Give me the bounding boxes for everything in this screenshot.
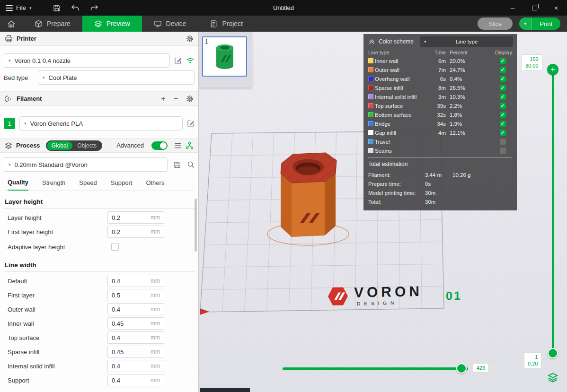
tab-strength[interactable]: Strength bbox=[42, 179, 65, 190]
setting-input[interactable]: 0.2 mm bbox=[107, 226, 164, 238]
total-value: 30m bbox=[425, 190, 452, 196]
tab-quality[interactable]: Quality bbox=[8, 179, 28, 191]
layer-slider-track[interactable] bbox=[552, 70, 554, 354]
tab-device[interactable]: Device bbox=[142, 16, 198, 32]
step-slider-handle[interactable] bbox=[456, 363, 467, 374]
setting-input[interactable]: 0.5 mm bbox=[107, 289, 164, 301]
slice-button[interactable]: Slice bbox=[478, 17, 513, 30]
scope-toggle[interactable]: Global Objects bbox=[46, 140, 102, 151]
setting-input[interactable]: 0.4 mm bbox=[107, 331, 164, 344]
display-checkbox[interactable] bbox=[500, 103, 506, 109]
minimize-button[interactable]: – bbox=[502, 0, 523, 16]
setting-value[interactable]: 0.4 bbox=[112, 334, 120, 341]
layer-slider-handle[interactable] bbox=[548, 348, 558, 358]
printer-connection-button[interactable] bbox=[186, 57, 195, 64]
setting-value[interactable]: 0.4 bbox=[112, 278, 120, 285]
maximize-button[interactable] bbox=[523, 0, 545, 16]
top-layer-number: 150 bbox=[525, 56, 539, 62]
display-checkbox[interactable] bbox=[500, 121, 506, 127]
tab-speed[interactable]: Speed bbox=[79, 179, 97, 190]
scope-global[interactable]: Global bbox=[47, 141, 73, 150]
print-dropdown-button[interactable]: ▾ bbox=[519, 17, 532, 30]
hamburger-icon bbox=[6, 5, 13, 11]
filament-settings-button[interactable] bbox=[186, 95, 194, 103]
setting-row: Outer wall 0.4 mm bbox=[4, 303, 195, 315]
tab-project[interactable]: Project bbox=[198, 16, 255, 32]
close-button[interactable]: × bbox=[545, 0, 567, 16]
tab-prepare-label: Prepare bbox=[47, 20, 71, 27]
setting-unit: mm bbox=[151, 348, 160, 355]
line-type-name: Outer wall bbox=[375, 67, 428, 73]
save-button[interactable] bbox=[53, 4, 61, 12]
setting-input[interactable]: 0.2 mm bbox=[107, 211, 164, 224]
bed-type-select[interactable]: ▾ Cool Plate bbox=[38, 70, 195, 85]
setting-value[interactable]: 0.5 bbox=[112, 292, 120, 299]
display-checkbox[interactable] bbox=[500, 67, 506, 73]
total-rows: Filament: 3.44 m 10.26 g Prepare time: 0… bbox=[363, 170, 517, 206]
viewport-3d[interactable]: VORON DESIGN 01 bbox=[199, 32, 567, 392]
edit-filament-button[interactable] bbox=[187, 120, 195, 127]
setting-value[interactable]: 0.2 bbox=[112, 228, 120, 235]
display-checkbox[interactable] bbox=[500, 139, 506, 145]
remove-filament-button[interactable]: − bbox=[174, 95, 178, 103]
line-type-name: Sparse infill bbox=[375, 85, 428, 91]
filament-select[interactable]: ▾ Voron Generic PLA bbox=[19, 116, 183, 131]
file-menu-button[interactable]: File ▾ bbox=[0, 0, 37, 16]
tab-preview[interactable]: Preview bbox=[82, 16, 142, 32]
display-checkbox[interactable] bbox=[500, 130, 506, 136]
setting-input[interactable]: 0.4 mm bbox=[107, 360, 164, 372]
total-label: Total: bbox=[368, 199, 425, 205]
line-type-time: 4m bbox=[428, 130, 446, 136]
display-checkbox[interactable] bbox=[500, 58, 506, 64]
redo-button[interactable] bbox=[90, 5, 98, 11]
tab-prepare[interactable]: Prepare bbox=[23, 16, 82, 32]
setting-input[interactable]: 0.4 mm bbox=[107, 303, 164, 315]
display-checkbox[interactable] bbox=[500, 148, 506, 154]
setting-value[interactable]: 0.4 bbox=[112, 363, 120, 370]
search-settings-button[interactable] bbox=[187, 161, 195, 168]
print-button[interactable]: Print bbox=[532, 20, 560, 27]
print-button-group[interactable]: ▾ Print bbox=[519, 17, 560, 30]
setting-value[interactable]: 0.4 bbox=[112, 377, 120, 384]
setting-input[interactable]: 0.4 mm bbox=[107, 275, 164, 287]
adaptive-layer-height-checkbox[interactable] bbox=[111, 243, 119, 251]
save-preset-button[interactable] bbox=[174, 161, 181, 168]
home-button[interactable] bbox=[0, 16, 23, 32]
line-type-swatch bbox=[368, 67, 373, 72]
printer-select[interactable]: ▾ Voron 0.1 0.4 nozzle bbox=[4, 53, 170, 68]
add-filament-button[interactable]: + bbox=[161, 95, 165, 103]
setting-input[interactable]: 0.4 mm bbox=[107, 374, 164, 386]
setting-value[interactable]: 0.2 bbox=[112, 214, 120, 221]
setting-input[interactable]: 0.45 mm bbox=[107, 346, 164, 358]
tab-others[interactable]: Others bbox=[146, 179, 164, 190]
setting-value[interactable]: 0.4 bbox=[112, 306, 120, 313]
layer-view-button[interactable] bbox=[547, 372, 558, 384]
display-checkbox[interactable] bbox=[500, 85, 506, 91]
process-tree-button[interactable] bbox=[186, 142, 194, 149]
line-type-swatch bbox=[368, 130, 373, 135]
display-checkbox[interactable] bbox=[500, 112, 506, 118]
tab-support[interactable]: Support bbox=[111, 179, 133, 190]
color-scheme-select[interactable]: ▾ Line type bbox=[420, 36, 513, 47]
display-checkbox[interactable] bbox=[500, 76, 506, 82]
printer-settings-button[interactable] bbox=[186, 35, 194, 43]
parameter-list-button[interactable] bbox=[174, 142, 182, 149]
sidebar-scrollbar[interactable] bbox=[195, 199, 197, 252]
setting-input[interactable]: 0.45 mm bbox=[107, 317, 164, 330]
process-preset-select[interactable]: ▾ 0.20mm Standard @Voron bbox=[4, 157, 168, 172]
bottom-layer-number: 1 bbox=[528, 354, 538, 360]
filament-slot-badge[interactable]: 1 bbox=[4, 118, 15, 129]
collapse-legend-button[interactable] bbox=[368, 39, 375, 44]
add-layer-marker-button[interactable]: + bbox=[547, 64, 558, 75]
display-checkbox[interactable] bbox=[500, 94, 506, 100]
undo-button[interactable] bbox=[71, 5, 80, 11]
scope-objects[interactable]: Objects bbox=[72, 141, 101, 150]
process-section-header: Process Global Objects Advanced bbox=[0, 139, 198, 153]
setting-value[interactable]: 0.45 bbox=[112, 348, 124, 356]
advanced-toggle[interactable] bbox=[151, 141, 168, 150]
plate-thumbnail[interactable]: 1 bbox=[202, 36, 247, 77]
edit-printer-button[interactable] bbox=[174, 57, 182, 64]
setting-value[interactable]: 0.45 bbox=[112, 320, 124, 327]
step-slider-track[interactable] bbox=[283, 367, 468, 370]
line-type-time: 39s bbox=[428, 103, 446, 109]
